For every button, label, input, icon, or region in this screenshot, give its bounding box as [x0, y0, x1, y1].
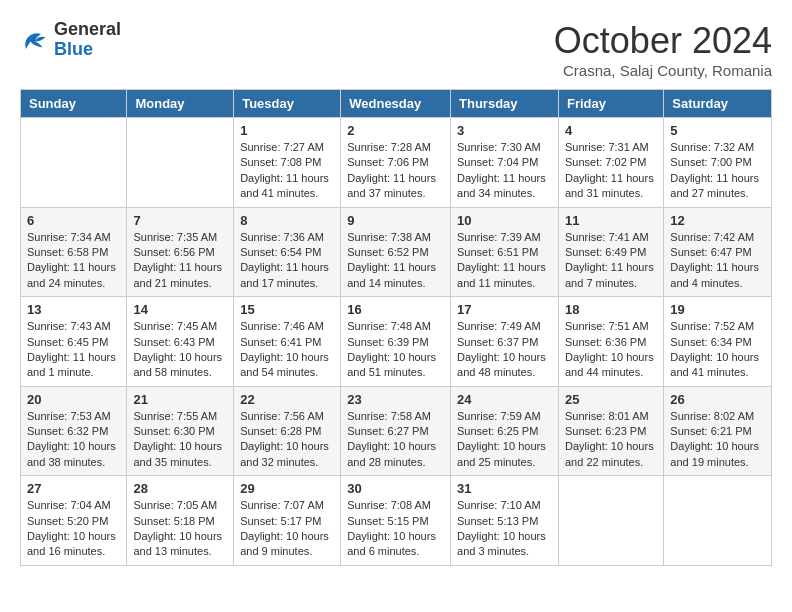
day-number: 1 [240, 123, 334, 138]
day-number: 23 [347, 392, 444, 407]
calendar-cell: 11Sunrise: 7:41 AMSunset: 6:49 PMDayligh… [558, 207, 663, 297]
calendar-cell: 8Sunrise: 7:36 AMSunset: 6:54 PMDaylight… [234, 207, 341, 297]
day-info: Sunrise: 7:41 AMSunset: 6:49 PMDaylight:… [565, 230, 657, 292]
page-header: General Blue October 2024 Crasna, Salaj … [20, 20, 772, 79]
calendar-week-row: 13Sunrise: 7:43 AMSunset: 6:45 PMDayligh… [21, 297, 772, 387]
day-info: Sunrise: 8:02 AMSunset: 6:21 PMDaylight:… [670, 409, 765, 471]
calendar-cell: 20Sunrise: 7:53 AMSunset: 6:32 PMDayligh… [21, 386, 127, 476]
logo: General Blue [20, 20, 121, 60]
day-info: Sunrise: 7:48 AMSunset: 6:39 PMDaylight:… [347, 319, 444, 381]
calendar-cell: 19Sunrise: 7:52 AMSunset: 6:34 PMDayligh… [664, 297, 772, 387]
calendar-cell: 28Sunrise: 7:05 AMSunset: 5:18 PMDayligh… [127, 476, 234, 566]
day-number: 26 [670, 392, 765, 407]
calendar-cell: 23Sunrise: 7:58 AMSunset: 6:27 PMDayligh… [341, 386, 451, 476]
column-header-thursday: Thursday [451, 90, 559, 118]
day-number: 6 [27, 213, 120, 228]
calendar-table: SundayMondayTuesdayWednesdayThursdayFrid… [20, 89, 772, 566]
day-info: Sunrise: 7:46 AMSunset: 6:41 PMDaylight:… [240, 319, 334, 381]
calendar-cell: 12Sunrise: 7:42 AMSunset: 6:47 PMDayligh… [664, 207, 772, 297]
day-info: Sunrise: 7:10 AMSunset: 5:13 PMDaylight:… [457, 498, 552, 560]
day-info: Sunrise: 7:55 AMSunset: 6:30 PMDaylight:… [133, 409, 227, 471]
column-header-sunday: Sunday [21, 90, 127, 118]
day-number: 2 [347, 123, 444, 138]
day-number: 19 [670, 302, 765, 317]
day-info: Sunrise: 7:59 AMSunset: 6:25 PMDaylight:… [457, 409, 552, 471]
day-number: 8 [240, 213, 334, 228]
calendar-cell: 9Sunrise: 7:38 AMSunset: 6:52 PMDaylight… [341, 207, 451, 297]
calendar-cell: 3Sunrise: 7:30 AMSunset: 7:04 PMDaylight… [451, 118, 559, 208]
day-info: Sunrise: 7:27 AMSunset: 7:08 PMDaylight:… [240, 140, 334, 202]
day-info: Sunrise: 7:51 AMSunset: 6:36 PMDaylight:… [565, 319, 657, 381]
day-number: 22 [240, 392, 334, 407]
day-number: 10 [457, 213, 552, 228]
calendar-cell [664, 476, 772, 566]
day-number: 29 [240, 481, 334, 496]
logo-text: General Blue [54, 20, 121, 60]
title-block: October 2024 Crasna, Salaj County, Roman… [554, 20, 772, 79]
calendar-cell: 22Sunrise: 7:56 AMSunset: 6:28 PMDayligh… [234, 386, 341, 476]
calendar-cell: 27Sunrise: 7:04 AMSunset: 5:20 PMDayligh… [21, 476, 127, 566]
calendar-cell: 10Sunrise: 7:39 AMSunset: 6:51 PMDayligh… [451, 207, 559, 297]
day-info: Sunrise: 7:08 AMSunset: 5:15 PMDaylight:… [347, 498, 444, 560]
day-info: Sunrise: 7:52 AMSunset: 6:34 PMDaylight:… [670, 319, 765, 381]
day-number: 12 [670, 213, 765, 228]
day-info: Sunrise: 7:31 AMSunset: 7:02 PMDaylight:… [565, 140, 657, 202]
day-number: 27 [27, 481, 120, 496]
calendar-cell: 26Sunrise: 8:02 AMSunset: 6:21 PMDayligh… [664, 386, 772, 476]
calendar-cell: 29Sunrise: 7:07 AMSunset: 5:17 PMDayligh… [234, 476, 341, 566]
calendar-cell: 18Sunrise: 7:51 AMSunset: 6:36 PMDayligh… [558, 297, 663, 387]
column-header-saturday: Saturday [664, 90, 772, 118]
day-number: 25 [565, 392, 657, 407]
day-info: Sunrise: 7:42 AMSunset: 6:47 PMDaylight:… [670, 230, 765, 292]
calendar-cell: 7Sunrise: 7:35 AMSunset: 6:56 PMDaylight… [127, 207, 234, 297]
calendar-cell: 31Sunrise: 7:10 AMSunset: 5:13 PMDayligh… [451, 476, 559, 566]
day-number: 28 [133, 481, 227, 496]
day-info: Sunrise: 7:32 AMSunset: 7:00 PMDaylight:… [670, 140, 765, 202]
day-number: 3 [457, 123, 552, 138]
location: Crasna, Salaj County, Romania [554, 62, 772, 79]
calendar-cell: 15Sunrise: 7:46 AMSunset: 6:41 PMDayligh… [234, 297, 341, 387]
day-info: Sunrise: 7:58 AMSunset: 6:27 PMDaylight:… [347, 409, 444, 471]
calendar-cell: 30Sunrise: 7:08 AMSunset: 5:15 PMDayligh… [341, 476, 451, 566]
day-number: 21 [133, 392, 227, 407]
day-info: Sunrise: 7:38 AMSunset: 6:52 PMDaylight:… [347, 230, 444, 292]
day-number: 31 [457, 481, 552, 496]
calendar-cell: 6Sunrise: 7:34 AMSunset: 6:58 PMDaylight… [21, 207, 127, 297]
calendar-cell [558, 476, 663, 566]
calendar-cell: 13Sunrise: 7:43 AMSunset: 6:45 PMDayligh… [21, 297, 127, 387]
calendar-cell [21, 118, 127, 208]
calendar-week-row: 6Sunrise: 7:34 AMSunset: 6:58 PMDaylight… [21, 207, 772, 297]
day-number: 17 [457, 302, 552, 317]
day-info: Sunrise: 7:39 AMSunset: 6:51 PMDaylight:… [457, 230, 552, 292]
day-info: Sunrise: 7:53 AMSunset: 6:32 PMDaylight:… [27, 409, 120, 471]
day-info: Sunrise: 7:28 AMSunset: 7:06 PMDaylight:… [347, 140, 444, 202]
day-number: 18 [565, 302, 657, 317]
day-info: Sunrise: 7:36 AMSunset: 6:54 PMDaylight:… [240, 230, 334, 292]
day-info: Sunrise: 7:45 AMSunset: 6:43 PMDaylight:… [133, 319, 227, 381]
calendar-week-row: 20Sunrise: 7:53 AMSunset: 6:32 PMDayligh… [21, 386, 772, 476]
day-info: Sunrise: 7:05 AMSunset: 5:18 PMDaylight:… [133, 498, 227, 560]
calendar-week-row: 1Sunrise: 7:27 AMSunset: 7:08 PMDaylight… [21, 118, 772, 208]
day-info: Sunrise: 7:07 AMSunset: 5:17 PMDaylight:… [240, 498, 334, 560]
column-header-friday: Friday [558, 90, 663, 118]
calendar-cell: 21Sunrise: 7:55 AMSunset: 6:30 PMDayligh… [127, 386, 234, 476]
calendar-cell: 1Sunrise: 7:27 AMSunset: 7:08 PMDaylight… [234, 118, 341, 208]
calendar-cell: 25Sunrise: 8:01 AMSunset: 6:23 PMDayligh… [558, 386, 663, 476]
calendar-cell: 2Sunrise: 7:28 AMSunset: 7:06 PMDaylight… [341, 118, 451, 208]
day-number: 16 [347, 302, 444, 317]
day-info: Sunrise: 7:43 AMSunset: 6:45 PMDaylight:… [27, 319, 120, 381]
logo-blue: Blue [54, 40, 121, 60]
calendar-week-row: 27Sunrise: 7:04 AMSunset: 5:20 PMDayligh… [21, 476, 772, 566]
logo-icon [20, 25, 50, 55]
day-number: 9 [347, 213, 444, 228]
day-number: 15 [240, 302, 334, 317]
calendar-cell: 17Sunrise: 7:49 AMSunset: 6:37 PMDayligh… [451, 297, 559, 387]
day-info: Sunrise: 7:30 AMSunset: 7:04 PMDaylight:… [457, 140, 552, 202]
calendar-header-row: SundayMondayTuesdayWednesdayThursdayFrid… [21, 90, 772, 118]
calendar-cell: 24Sunrise: 7:59 AMSunset: 6:25 PMDayligh… [451, 386, 559, 476]
day-number: 7 [133, 213, 227, 228]
calendar-cell: 14Sunrise: 7:45 AMSunset: 6:43 PMDayligh… [127, 297, 234, 387]
calendar-cell [127, 118, 234, 208]
calendar-cell: 5Sunrise: 7:32 AMSunset: 7:00 PMDaylight… [664, 118, 772, 208]
month-title: October 2024 [554, 20, 772, 62]
